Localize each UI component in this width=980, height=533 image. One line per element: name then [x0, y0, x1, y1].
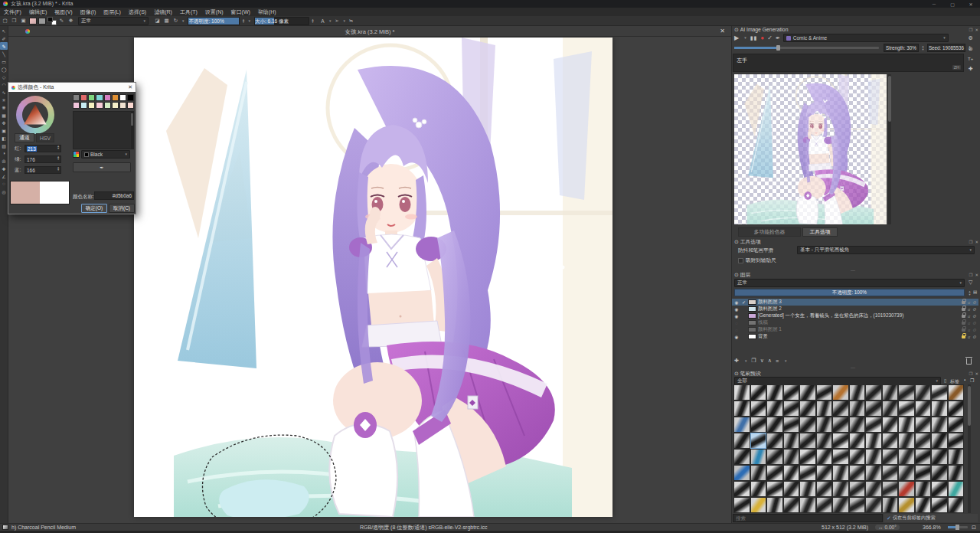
tab-color-selector[interactable]: 多功能拾色器	[738, 227, 801, 237]
brush-thumb[interactable]	[882, 481, 899, 497]
brush-thumb[interactable]	[766, 449, 783, 465]
brush-thumb[interactable]	[733, 497, 750, 513]
brush-thumb[interactable]	[948, 481, 965, 497]
tool-freehand-brush[interactable]: ✎	[0, 42, 8, 50]
tool-crop[interactable]: ▣	[0, 126, 8, 134]
brush-thumb[interactable]	[799, 384, 816, 401]
brush-thumb[interactable]	[849, 497, 866, 513]
close-docker-icon[interactable]: ✕	[975, 371, 978, 376]
layer-filter-icon[interactable]: ▽	[969, 280, 972, 286]
layer-visibility-icon[interactable]: ◉	[733, 314, 740, 319]
color-swatch[interactable]	[96, 94, 103, 101]
brush-thumb[interactable]	[849, 481, 866, 497]
brush-thumb[interactable]	[882, 497, 899, 513]
layer-row[interactable]: ◉[Generated] 一个女生，看着镜头，坐在紫色的床边，(10192307…	[732, 312, 978, 319]
brush-thumb[interactable]	[733, 449, 750, 465]
brush-thumb[interactable]	[733, 481, 750, 497]
menu-help[interactable]: 帮助(H)	[254, 8, 280, 16]
collapse-icon[interactable]: ⊙	[734, 371, 739, 377]
brush-thumb[interactable]	[783, 384, 800, 401]
brush-thumb[interactable]	[783, 481, 800, 497]
color-swatch[interactable]	[88, 94, 95, 101]
brush-thumb[interactable]	[931, 449, 948, 465]
brush-thumb[interactable]	[931, 401, 948, 417]
add-text-icon[interactable]: T+	[968, 57, 973, 61]
seed-value[interactable]: Seed: 19085536	[927, 44, 965, 52]
record-icon[interactable]: ●	[760, 34, 764, 41]
menu-tools[interactable]: 工具(T)	[176, 8, 201, 16]
size-spinner[interactable]: ▲▼	[310, 17, 315, 25]
tool-line[interactable]: ╲	[0, 50, 8, 57]
tool-gradient[interactable]: ◧	[0, 134, 8, 142]
document-close-icon[interactable]: ✕	[720, 28, 725, 34]
brush-thumb[interactable]	[898, 401, 915, 417]
brush-thumb[interactable]	[766, 497, 783, 513]
brush-thumb[interactable]	[865, 401, 882, 417]
layer-visibility-icon[interactable]: ◉	[733, 335, 740, 339]
collapse-icon[interactable]: ⊙	[734, 272, 739, 278]
brush-thumb[interactable]	[750, 449, 767, 465]
layer-props[interactable]: α⚙	[962, 307, 976, 312]
brush-thumb[interactable]	[898, 497, 915, 513]
color-swatch[interactable]	[96, 102, 103, 109]
brush-thumb[interactable]	[849, 384, 866, 401]
chevron-down-icon[interactable]: ▼	[784, 359, 787, 363]
mirror-tool-icon[interactable]: A	[318, 17, 327, 25]
float-docker-icon[interactable]: ❐	[969, 371, 972, 376]
color-swatch[interactable]	[112, 102, 119, 109]
minimize-icon[interactable]: ─	[925, 0, 943, 8]
menu-settings[interactable]: 设置(N)	[201, 8, 227, 16]
blend-mode-combo[interactable]: 正常▼	[78, 17, 149, 25]
color-name-value[interactable]: #d5b0a6	[94, 191, 134, 200]
brush-thumb[interactable]	[898, 449, 915, 465]
layer-props[interactable]: α⚙	[962, 321, 976, 325]
brush-thumb[interactable]	[948, 417, 965, 433]
canvas-artwork[interactable]	[134, 38, 612, 517]
collapse-icon[interactable]: ⊙	[734, 27, 739, 33]
tool-ellipse[interactable]: ◯	[0, 65, 8, 73]
chevron-down-icon[interactable]: ▼	[247, 19, 250, 23]
gradient-chooser[interactable]	[29, 18, 37, 25]
foreground-background-colors[interactable]	[47, 17, 57, 25]
add-brush-icon[interactable]: ✚	[969, 66, 973, 72]
brush-thumb[interactable]	[733, 401, 750, 417]
color-wheel[interactable]	[16, 96, 54, 134]
brush-thumb[interactable]	[832, 401, 849, 417]
tool-move[interactable]: ✥	[0, 119, 8, 126]
generate-play-icon[interactable]: ▶	[734, 34, 739, 41]
tab-tool-options[interactable]: 工具选项	[802, 227, 838, 237]
layer-visibility-icon[interactable]: ◉	[733, 300, 740, 305]
tool-select-shapes[interactable]: ↖	[0, 27, 8, 34]
brush-thumb[interactable]	[931, 384, 948, 401]
brush-thumb[interactable]	[750, 433, 767, 449]
pause-icon[interactable]: ▮▮	[750, 35, 758, 41]
color-swatch[interactable]	[127, 94, 134, 101]
brush-thumb[interactable]	[799, 417, 816, 433]
brush-thumb[interactable]	[915, 497, 932, 513]
close-docker-icon[interactable]: ✕	[975, 273, 978, 277]
brush-thumb[interactable]	[832, 417, 849, 433]
close-docker-icon[interactable]: ✕	[975, 28, 978, 32]
preserve-alpha-icon[interactable]: ▦	[162, 17, 171, 25]
move-layer-down-icon[interactable]: ∨	[760, 358, 764, 364]
brush-thumb[interactable]	[766, 465, 783, 481]
prompt-input[interactable]: 左手 ZH	[733, 54, 964, 72]
view-grid-icon[interactable]: ▪	[964, 378, 965, 382]
cancel-button[interactable]: 取消(C)	[109, 204, 135, 213]
brush-thumb[interactable]	[865, 481, 882, 497]
brush-thumb[interactable]	[849, 417, 866, 433]
brush-thumb[interactable]	[816, 417, 833, 433]
restore-icon[interactable]: ▢	[943, 0, 962, 8]
tab-hsv[interactable]: HSV	[36, 133, 54, 142]
palette-icon[interactable]	[73, 151, 80, 158]
brush-thumb[interactable]	[799, 433, 816, 449]
brush-thumb[interactable]	[849, 465, 866, 481]
brush-thumb[interactable]	[915, 384, 932, 401]
brush-thumb[interactable]	[931, 465, 948, 481]
brush-search-input[interactable]	[733, 514, 883, 522]
view-details-icon[interactable]: ❐	[970, 378, 974, 383]
tool-rectangle[interactable]: ▭	[0, 57, 8, 65]
size-slider[interactable]: 大小: 6.16 像素	[254, 17, 309, 25]
menu-view[interactable]: 视图(V)	[51, 8, 76, 16]
brush-presets-icon[interactable]: ❋	[67, 17, 75, 25]
